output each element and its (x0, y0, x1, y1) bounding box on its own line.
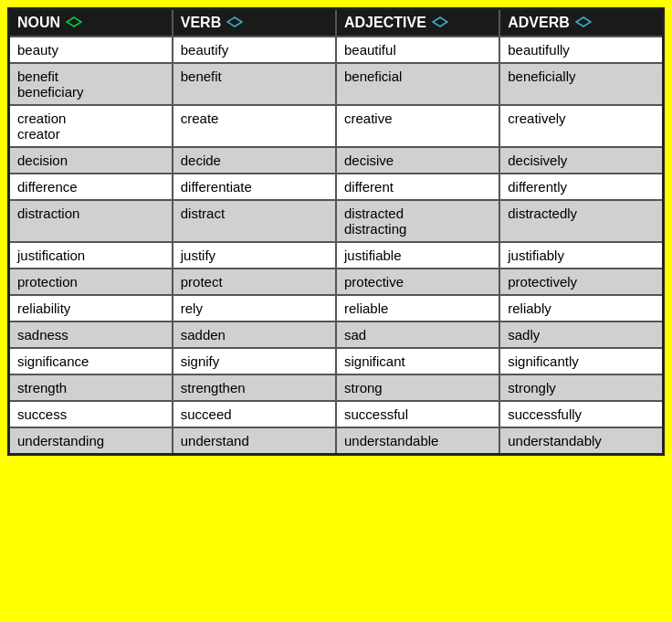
adverb-label: ADVERB (508, 15, 570, 31)
cell-noun: decision (9, 147, 173, 174)
table-row: significancesignifysignificantsignifican… (9, 348, 664, 374)
table-row: justificationjustifyjustifiablejustifiab… (9, 242, 664, 269)
table-body: beautybeautifybeautifulbeautifullybenefi… (9, 37, 664, 455)
cell-adverb: decisively (499, 147, 663, 174)
table-row: successsucceedsuccessfulsuccessfully (9, 401, 664, 427)
cell-adjective: sad (336, 322, 499, 348)
table-row: distractiondistractdistracteddistracting… (9, 200, 664, 242)
table-row: reliabilityrelyreliablereliably (9, 295, 664, 322)
cell-adverb: sadly (499, 322, 663, 348)
cell-noun: understanding (9, 427, 173, 455)
cell-adverb: differently (499, 174, 663, 200)
cell-adjective: justifiable (336, 242, 499, 269)
adjective-diamond-icon (432, 15, 448, 31)
verb-label: VERB (181, 15, 221, 31)
cell-noun: protection (9, 269, 173, 295)
cell-adjective: distracteddistracting (336, 200, 499, 242)
word-forms-table: NOUN VERB (7, 7, 665, 456)
cell-adjective: different (336, 174, 499, 200)
cell-verb: justify (173, 242, 336, 269)
page-wrapper: NOUN VERB (4, 4, 668, 459)
noun-diamond-icon (66, 15, 82, 31)
cell-adverb: justifiably (499, 242, 663, 269)
cell-noun: sadness (9, 322, 173, 348)
cell-noun: justification (9, 242, 173, 269)
cell-verb: rely (173, 295, 336, 322)
cell-adjective: significant (336, 348, 499, 374)
svg-marker-0 (67, 17, 81, 26)
adjective-label: ADJECTIVE (344, 15, 426, 31)
svg-marker-1 (227, 17, 242, 26)
cell-verb: benefit (173, 63, 336, 105)
header-noun: NOUN (9, 9, 173, 37)
cell-verb: understand (173, 427, 336, 455)
header-row: NOUN VERB (9, 9, 664, 37)
cell-verb: differentiate (173, 174, 336, 200)
cell-noun: distraction (9, 200, 173, 242)
verb-diamond-icon (226, 15, 243, 31)
header-adverb: ADVERB (499, 9, 663, 37)
cell-verb: protect (173, 269, 336, 295)
cell-noun: beauty (9, 37, 173, 63)
cell-adverb: understandably (499, 427, 663, 455)
cell-adverb: significantly (499, 348, 663, 374)
cell-adjective: beautiful (336, 37, 499, 63)
table-row: understandingunderstandunderstandableund… (9, 427, 664, 455)
cell-adjective: successful (336, 401, 499, 427)
cell-adjective: reliable (336, 295, 499, 322)
table-row: strengthstrengthenstrongstrongly (9, 374, 664, 401)
table-row: creationcreatorcreatecreativecreatively (9, 105, 664, 147)
cell-noun: reliability (9, 295, 173, 322)
cell-adverb: beneficially (499, 63, 663, 105)
cell-adjective: strong (336, 374, 499, 401)
cell-adverb: reliably (499, 295, 663, 322)
cell-adjective: understandable (336, 427, 499, 455)
cell-adjective: decisive (336, 147, 499, 174)
header-adjective: ADJECTIVE (336, 9, 499, 37)
table-row: differencedifferentiatedifferentdifferen… (9, 174, 664, 200)
cell-noun: significance (9, 348, 173, 374)
cell-adverb: successfully (499, 401, 663, 427)
cell-adjective: beneficial (336, 63, 499, 105)
cell-verb: distract (173, 200, 336, 242)
header-verb: VERB (173, 9, 336, 37)
cell-noun: creationcreator (9, 105, 173, 147)
table-row: sadnesssaddensadsadly (9, 322, 664, 348)
cell-verb: beautify (173, 37, 336, 63)
table-row: benefitbeneficiarybenefitbeneficialbenef… (9, 63, 664, 105)
cell-adverb: creatively (499, 105, 663, 147)
cell-adverb: distractedly (499, 200, 663, 242)
cell-adjective: protective (336, 269, 499, 295)
cell-noun: strength (9, 374, 173, 401)
cell-verb: decide (173, 147, 336, 174)
svg-marker-3 (576, 17, 591, 26)
table-row: beautybeautifybeautifulbeautifully (9, 37, 664, 63)
cell-verb: create (173, 105, 336, 147)
cell-verb: strengthen (173, 374, 336, 401)
cell-adjective: creative (336, 105, 499, 147)
noun-label: NOUN (17, 15, 60, 31)
cell-noun: success (9, 401, 173, 427)
table-row: decisiondecidedecisivedecisively (9, 147, 664, 174)
cell-verb: succeed (173, 401, 336, 427)
cell-noun: difference (9, 174, 173, 200)
cell-verb: signify (173, 348, 336, 374)
cell-adverb: protectively (499, 269, 663, 295)
cell-verb: sadden (173, 322, 336, 348)
cell-adverb: strongly (499, 374, 663, 401)
cell-adverb: beautifully (499, 37, 663, 63)
adverb-diamond-icon (575, 15, 592, 31)
svg-marker-2 (433, 17, 447, 26)
cell-noun: benefitbeneficiary (9, 63, 173, 105)
table-row: protectionprotectprotectiveprotectively (9, 269, 664, 295)
